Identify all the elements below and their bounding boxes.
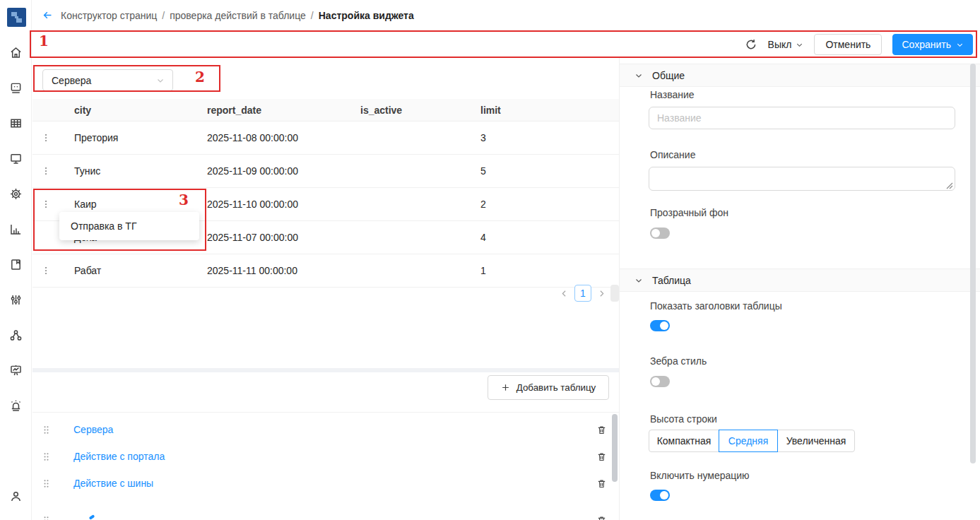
column-header-report-date: report_date [207, 105, 360, 116]
save-button[interactable]: Сохранить [892, 34, 973, 55]
widget-toolbar: Выкл Отменить Сохранить [33, 31, 980, 58]
tables-list-item: Действие с портала [33, 444, 619, 469]
app-sidebar [0, 0, 32, 520]
panel-scrollbar-thumb[interactable] [970, 64, 976, 463]
breadcrumb-separator: / [162, 10, 165, 21]
pagination-current-page[interactable]: 1 [574, 285, 591, 302]
drag-handle-icon[interactable] [42, 515, 50, 520]
add-table-button-label: Добавить таблицу [516, 382, 596, 393]
drag-handle-icon[interactable] [42, 425, 50, 435]
row-actions-kebab-icon[interactable] [41, 165, 51, 177]
breadcrumb-page-name[interactable]: проверка действий в таблице [170, 10, 306, 21]
cell-report-date: 2025-11-11 00:00:00 [207, 265, 360, 276]
drag-handle-icon[interactable] [42, 451, 50, 462]
tables-list-item-link[interactable]: Сервера [73, 424, 113, 435]
home-icon[interactable] [8, 45, 23, 60]
divider [33, 412, 619, 413]
cell-limit: 3 [480, 132, 619, 143]
cell-city: Каир [74, 199, 207, 210]
table-row[interactable]: Рабат 2025-11-11 00:00:00 1 [33, 254, 619, 288]
bot-icon[interactable] [8, 81, 23, 95]
refresh-icon[interactable] [745, 38, 757, 51]
show-headers-toggle[interactable] [650, 320, 670, 331]
chevron-down-icon [156, 76, 165, 85]
cell-report-date: 2025-11-09 00:00:00 [207, 165, 360, 177]
cell-city: Претория [74, 132, 207, 143]
tables-list-item-link[interactable]: Действие с портала [73, 451, 165, 462]
drag-handle-icon[interactable] [42, 478, 50, 489]
chevron-down-icon [634, 276, 643, 285]
trash-icon[interactable] [596, 451, 607, 463]
tables-list-item-link[interactable]: Действие с шины [73, 478, 153, 489]
cell-city: Рабат [74, 265, 207, 276]
pagination: 1 [560, 285, 606, 302]
section-header-general[interactable]: Общие [620, 64, 980, 87]
description-textarea[interactable] [649, 167, 955, 191]
resize-grip-icon[interactable] [946, 182, 953, 189]
breadcrumb-separator: / [311, 10, 314, 21]
annotation-marker-2: 2 [195, 70, 205, 84]
plus-icon [501, 383, 510, 392]
row-height-option-large[interactable]: Увеличенная [777, 430, 855, 452]
book-icon[interactable] [8, 257, 23, 272]
trash-icon[interactable] [596, 424, 607, 436]
chevron-down-icon [634, 71, 643, 80]
back-arrow-icon[interactable] [42, 9, 54, 21]
mode-dropdown[interactable]: Выкл [768, 39, 804, 50]
section-title: Общие [652, 70, 685, 81]
row-height-label: Высота строки [650, 413, 717, 425]
share-network-icon[interactable] [8, 328, 23, 343]
trash-icon[interactable] [596, 478, 607, 490]
cancel-button[interactable]: Отменить [814, 34, 882, 55]
breadcrumb-pages[interactable]: Конструктор страниц [61, 10, 157, 21]
widget-settings-page: Конструктор страниц / проверка действий … [0, 0, 980, 520]
pagination-prev-icon[interactable] [560, 289, 569, 298]
cell-report-date: 2025-11-10 00:00:00 [207, 199, 360, 210]
row-height-option-medium[interactable]: Средняя [719, 430, 778, 452]
numbering-toggle[interactable] [650, 490, 670, 501]
name-input[interactable] [649, 107, 955, 129]
row-height-segmented: Компактная Средняя Увеличенная [649, 430, 855, 452]
breadcrumb-current: Настройка виджета [319, 10, 414, 21]
show-headers-label: Показать заголовки таблицы [650, 300, 782, 312]
monitor-icon[interactable] [8, 151, 23, 166]
presentation-icon[interactable] [8, 363, 23, 378]
pagination-next-icon[interactable] [597, 289, 606, 298]
table-icon[interactable] [8, 116, 23, 131]
breadcrumb-bar: Конструктор страниц / проверка действий … [33, 0, 980, 31]
row-actions-kebab-icon[interactable] [41, 265, 51, 276]
transparent-bg-toggle[interactable] [650, 228, 670, 239]
user-icon[interactable] [8, 489, 23, 504]
bar-chart-icon[interactable] [8, 222, 23, 237]
table-header-row: city report_date is_active limit [33, 99, 619, 122]
row-height-option-compact[interactable]: Компактная [649, 430, 719, 452]
table-row[interactable]: Претория 2025-11-08 00:00:00 3 [33, 122, 619, 155]
mode-dropdown-value: Выкл [768, 39, 792, 50]
settings-gear-icon[interactable] [8, 187, 23, 201]
data-source-select[interactable]: Сервера [42, 69, 173, 91]
data-source-select-value: Сервера [52, 75, 91, 86]
add-table-button[interactable]: Добавить таблицу [488, 375, 609, 400]
row-actions-kebab-icon[interactable] [41, 199, 51, 210]
alarm-icon[interactable] [8, 398, 23, 413]
main-scrollbar-thumb[interactable] [612, 414, 618, 482]
tables-list-item: Сервера [33, 417, 619, 442]
page-size-select-clipped[interactable] [610, 285, 619, 302]
context-menu-item-send-to-tg[interactable]: Отправка в ТГ [59, 212, 199, 240]
app-logo-icon[interactable] [7, 8, 26, 27]
section-header-table[interactable]: Таблица [620, 268, 980, 292]
table-row[interactable]: Тунис 2025-11-09 00:00:00 5 [33, 155, 619, 188]
zebra-style-toggle[interactable] [650, 376, 670, 387]
preview-table: city report_date is_active limit Претори… [33, 99, 619, 288]
sliders-icon[interactable] [8, 292, 23, 307]
trash-icon[interactable] [596, 514, 607, 520]
tables-list-item: Действие с шины [33, 471, 619, 496]
cell-limit: 2 [480, 199, 619, 210]
cell-report-date: 2025-11-08 00:00:00 [207, 132, 360, 143]
section-title: Таблица [652, 275, 691, 286]
row-actions-kebab-icon[interactable] [41, 132, 51, 143]
column-header-limit: limit [480, 105, 619, 116]
column-header-is-active: is_active [360, 105, 480, 116]
chevron-down-icon [796, 41, 803, 49]
cell-limit: 5 [480, 165, 619, 177]
